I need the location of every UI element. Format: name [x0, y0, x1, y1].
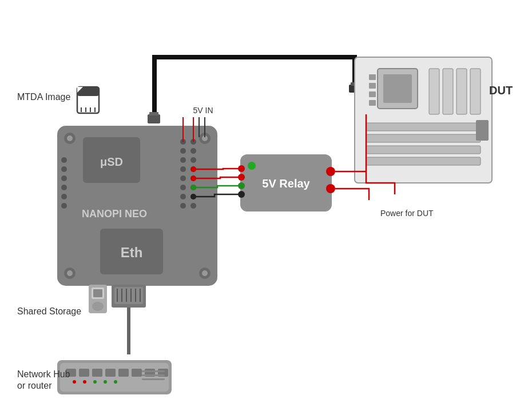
- eth-label: Eth: [121, 245, 143, 260]
- svg-rect-70: [366, 123, 481, 131]
- svg-rect-3: [149, 112, 158, 115]
- svg-point-47: [92, 302, 104, 311]
- svg-point-19: [180, 194, 186, 199]
- svg-rect-85: [118, 369, 129, 377]
- svg-point-93: [114, 380, 117, 384]
- mtda-image-label: MTDA Image: [17, 92, 70, 102]
- svg-rect-73: [366, 157, 481, 165]
- svg-point-11: [202, 270, 208, 276]
- svg-point-28: [190, 203, 196, 209]
- svg-point-17: [180, 175, 186, 181]
- svg-point-60: [190, 185, 196, 190]
- svg-rect-78: [476, 120, 489, 141]
- svg-rect-66: [429, 69, 439, 114]
- svg-rect-68: [456, 69, 467, 114]
- svg-rect-71: [366, 134, 481, 142]
- svg-rect-72: [366, 146, 481, 154]
- svg-rect-46: [93, 289, 102, 297]
- svg-rect-95: [142, 374, 165, 376]
- svg-rect-84: [105, 369, 116, 377]
- svg-point-89: [73, 380, 76, 384]
- svg-point-50: [326, 167, 335, 176]
- nanopi-label: NANOPI NEO: [82, 208, 147, 220]
- svg-rect-76: [369, 91, 376, 97]
- svg-point-49: [248, 162, 256, 170]
- diagram: μSD NANOPI NEO Eth: [0, 0, 532, 419]
- svg-rect-75: [369, 83, 376, 89]
- svg-rect-94: [142, 370, 165, 372]
- svg-point-15: [180, 157, 186, 163]
- svg-rect-96: [142, 378, 165, 380]
- svg-rect-74: [369, 74, 376, 80]
- power-dut-label: Power for DUT: [380, 209, 434, 218]
- svg-point-29: [61, 157, 67, 163]
- svg-rect-77: [369, 100, 376, 106]
- svg-point-22: [190, 148, 196, 154]
- svg-rect-83: [92, 369, 102, 377]
- svg-point-16: [180, 166, 186, 172]
- dut-label: DUT: [489, 84, 513, 97]
- svg-point-59: [190, 175, 196, 181]
- svg-point-30: [61, 166, 67, 172]
- network-hub-label-1: Network Hub: [17, 369, 70, 379]
- svg-rect-37: [114, 287, 143, 304]
- relay-label: 5V Relay: [262, 177, 310, 190]
- svg-rect-67: [443, 69, 453, 114]
- svg-point-9: [67, 270, 73, 276]
- 5v-in-label: 5V IN: [193, 106, 213, 115]
- svg-point-58: [190, 166, 196, 172]
- network-hub-label-2: or router: [17, 381, 52, 390]
- svg-rect-69: [470, 69, 481, 114]
- svg-point-34: [61, 203, 67, 209]
- svg-rect-65: [383, 74, 412, 103]
- svg-rect-80: [60, 363, 169, 392]
- svg-point-90: [83, 380, 86, 384]
- svg-point-33: [61, 194, 67, 199]
- svg-point-23: [190, 157, 196, 163]
- svg-point-91: [93, 380, 97, 384]
- shared-storage-label: Shared Storage: [17, 306, 81, 316]
- svg-point-5: [67, 135, 73, 141]
- svg-point-61: [190, 194, 196, 199]
- svg-rect-82: [79, 369, 89, 377]
- svg-rect-86: [132, 369, 142, 377]
- svg-point-92: [104, 380, 107, 384]
- svg-point-31: [61, 175, 67, 181]
- svg-point-32: [61, 185, 67, 190]
- svg-rect-2: [148, 114, 160, 123]
- svg-point-20: [180, 203, 186, 209]
- svg-point-51: [326, 184, 335, 193]
- svg-point-18: [180, 185, 186, 190]
- usd-label: μSD: [100, 155, 123, 168]
- svg-point-14: [180, 148, 186, 154]
